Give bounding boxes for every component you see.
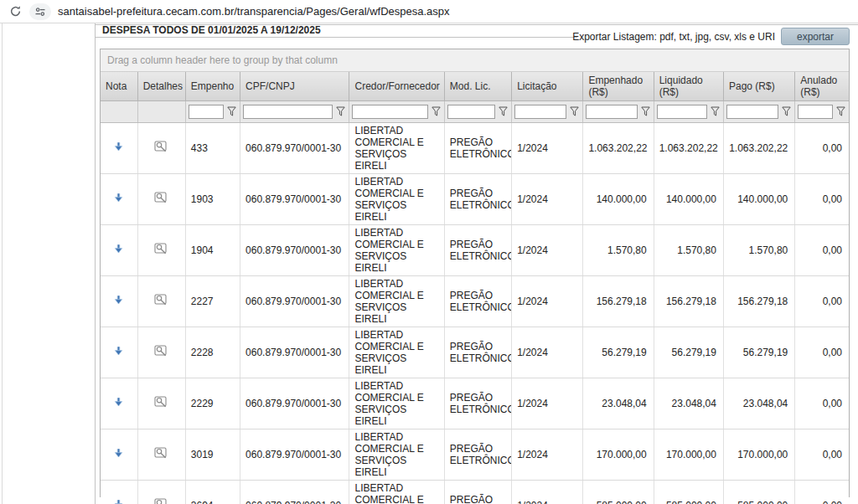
details-icon[interactable] <box>154 497 168 504</box>
filter-input-cpf_cnpj[interactable] <box>243 105 333 119</box>
cell-anulado: 0,00 <box>795 378 849 429</box>
cell-mod_lic: PREGÃO ELETRÔNICO <box>444 224 511 275</box>
column-header-empenho[interactable]: Empenho <box>185 72 240 100</box>
details-icon[interactable] <box>154 344 168 357</box>
column-header-licitacao[interactable]: Licitação <box>512 72 583 100</box>
filter-input-empenho[interactable] <box>189 105 224 119</box>
details-icon[interactable] <box>154 140 168 153</box>
column-header-detalhes[interactable]: Detalhes <box>137 72 185 100</box>
cell-mod_lic: PREGÃO ELETRÔNICO <box>444 480 511 504</box>
filter-row <box>101 100 849 122</box>
cell-empenhado: 156.279,18 <box>583 275 654 327</box>
column-header-nota[interactable]: Nota <box>101 72 137 100</box>
column-header-pago[interactable]: Pago (R$) <box>723 72 794 100</box>
table-row: 3019060.879.970/0001-30LIBERTAD COMERCIA… <box>101 429 849 480</box>
cell-pago: 1.570,80 <box>723 224 794 275</box>
cell-empenho: 433 <box>185 122 240 173</box>
filter-input-credor[interactable] <box>352 105 427 119</box>
page-content: DESPESA TODOS DE 01/01/2025 A 19/12/2025… <box>0 23 858 504</box>
cell-pago: 140.000,00 <box>723 173 794 224</box>
nota-icon[interactable] <box>112 192 125 204</box>
funnel-icon[interactable] <box>640 105 651 117</box>
cell-anulado: 0,00 <box>795 173 849 224</box>
cell-empenhado: 170.000,00 <box>583 429 654 480</box>
column-header-empenhado[interactable]: Empenhado (R$) <box>583 72 654 100</box>
nota-icon[interactable] <box>112 243 125 255</box>
cell-mod_lic: PREGÃO ELETRÔNICO <box>444 173 511 224</box>
details-icon[interactable] <box>154 446 168 460</box>
details-icon[interactable] <box>154 293 168 306</box>
filter-input-licitacao[interactable] <box>514 105 566 119</box>
filter-cell-anulado <box>795 100 849 122</box>
filter-cell-licitacao <box>512 100 583 122</box>
filter-cell-nota <box>101 100 137 122</box>
column-header-row: NotaDetalhesEmpenhoCPF/CNPJCredor/Fornec… <box>101 72 849 100</box>
table-row: 2227060.879.970/0001-30LIBERTAD COMERCIA… <box>101 275 849 327</box>
column-header-anulado[interactable]: Anulado (R$) <box>795 72 849 100</box>
filter-input-liquidado[interactable] <box>657 105 707 119</box>
cell-licitacao: 1/2024 <box>512 122 583 173</box>
nota-icon[interactable] <box>112 396 125 409</box>
cell-empenho: 1903 <box>185 173 240 224</box>
page-left-border <box>2 23 3 504</box>
table-row: 2228060.879.970/0001-30LIBERTAD COMERCIA… <box>101 327 849 378</box>
nota-icon[interactable] <box>112 345 125 357</box>
cell-cpf_cnpj: 060.879.970/0001-30 <box>240 275 349 327</box>
cell-cpf_cnpj: 060.879.970/0001-30 <box>240 429 349 480</box>
cell-licitacao: 1/2024 <box>512 378 583 429</box>
nota-icon[interactable] <box>112 498 125 504</box>
column-header-cpf_cnpj[interactable]: CPF/CNPJ <box>240 72 349 100</box>
details-icon[interactable] <box>154 242 168 255</box>
nota-icon[interactable] <box>112 294 125 306</box>
column-header-liquidado[interactable]: Liquidado (R$) <box>654 72 723 100</box>
browser-toolbar: santaisabel-prefeitura.cecam.com.br/tran… <box>0 0 858 23</box>
cell-cpf_cnpj: 060.879.970/0001-30 <box>240 378 349 429</box>
table-row: 3694060.879.970/0001-30LIBERTAD COMERCIA… <box>101 480 849 504</box>
funnel-icon[interactable] <box>781 105 792 117</box>
column-header-credor[interactable]: Credor/Fornecedor <box>349 72 444 100</box>
funnel-icon[interactable] <box>710 105 721 117</box>
address-bar-url[interactable]: santaisabel-prefeitura.cecam.com.br/tran… <box>58 5 450 18</box>
column-header-mod_lic[interactable]: Mod. Lic. <box>444 72 511 100</box>
cell-empenho: 2228 <box>185 327 240 378</box>
details-icon[interactable] <box>154 191 168 204</box>
funnel-icon[interactable] <box>431 105 442 117</box>
despesa-table: NotaDetalhesEmpenhoCPF/CNPJCredor/Fornec… <box>101 72 849 504</box>
nota-icon[interactable] <box>112 141 125 153</box>
site-info-pill[interactable] <box>29 3 51 20</box>
cell-anulado: 0,00 <box>795 327 849 378</box>
cell-pago: 585.000,00 <box>723 480 794 504</box>
cell-credor: LIBERTAD COMERCIAL E SERVIÇOS EIRELI <box>349 224 444 275</box>
despesa-grid: Drag a column header here to group by th… <box>100 49 850 497</box>
cell-credor: LIBERTAD COMERCIAL E SERVIÇOS EIRELI <box>349 327 444 378</box>
cell-pago: 56.279,19 <box>723 327 794 378</box>
filter-input-anulado[interactable] <box>798 105 833 119</box>
cell-credor: LIBERTAD COMERCIAL E SERVIÇOS EIRELI <box>349 429 444 480</box>
funnel-icon[interactable] <box>498 105 509 117</box>
cell-pago: 1.063.202,22 <box>723 122 794 173</box>
cell-empenhado: 585.000,00 <box>583 480 654 504</box>
cell-liquidado: 156.279,18 <box>654 275 723 327</box>
details-icon[interactable] <box>154 395 168 409</box>
cell-anulado: 0,00 <box>795 224 849 275</box>
funnel-icon[interactable] <box>335 105 346 117</box>
cell-credor: LIBERTAD COMERCIAL E SERVIÇOS EIRELI <box>349 378 444 429</box>
filter-input-empenhado[interactable] <box>586 105 637 119</box>
funnel-icon[interactable] <box>226 105 237 117</box>
filter-input-pago[interactable] <box>726 105 778 119</box>
cell-pago: 156.279,18 <box>723 275 794 327</box>
cell-empenhado: 56.279,19 <box>583 327 654 378</box>
cell-anulado: 0,00 <box>795 275 849 327</box>
funnel-icon[interactable] <box>835 105 846 117</box>
filter-cell-empenho <box>185 100 240 122</box>
export-button[interactable]: exportar <box>781 28 850 45</box>
funnel-icon[interactable] <box>569 105 580 117</box>
filter-input-mod_lic[interactable] <box>447 105 495 119</box>
nota-icon[interactable] <box>112 447 125 460</box>
table-row: 1904060.879.970/0001-30LIBERTAD COMERCIA… <box>101 224 849 275</box>
cell-empenhado: 1.570,80 <box>583 224 654 275</box>
cell-liquidado: 1.570,80 <box>654 224 723 275</box>
reload-icon[interactable] <box>8 4 23 19</box>
group-by-panel[interactable]: Drag a column header here to group by th… <box>101 49 849 72</box>
cell-licitacao: 1/2024 <box>512 327 583 378</box>
